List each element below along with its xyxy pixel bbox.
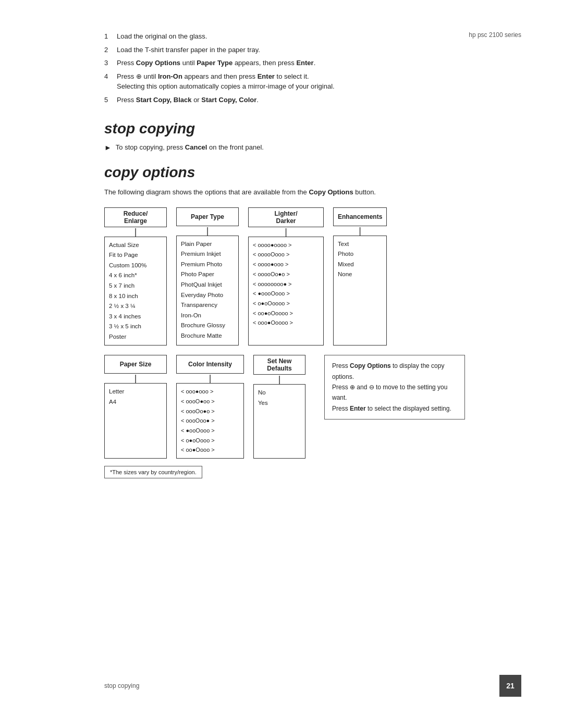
diagram: Reduce/Enlarge | Actual SizeFit to PageC… (104, 207, 521, 478)
page-footer: stop copying 21 (0, 675, 563, 697)
header-label: hp psc 2100 series (469, 31, 521, 39)
step-1-text: Load the original on the glass. (117, 31, 521, 42)
info-line2: Press ⊕ and ⊖ to move to the setting you… (332, 384, 447, 401)
step-2-num: 2 (104, 45, 117, 55)
paper-type-col: Paper Type | Plain PaperPremium InkjetPr… (176, 207, 239, 346)
paper-size-connector: | (104, 374, 167, 383)
step-2-text: Load the T-shirt transfer paper in the p… (117, 45, 521, 55)
reduce-enlarge-col: Reduce/Enlarge | Actual SizeFit to PageC… (104, 207, 167, 346)
color-intensity-connector: | (176, 374, 244, 383)
info-line3: Press Enter to select the displayed sett… (332, 405, 451, 412)
diagram-top-row: Reduce/Enlarge | Actual SizeFit to PageC… (104, 207, 521, 346)
step-4: 4 Press ⊕ until Iron-On appears and then… (104, 71, 521, 92)
enhancements-connector: | (333, 226, 387, 236)
info-box: Press Copy Options to display the copy o… (324, 355, 465, 419)
step-3: 3 Press Copy Options until Paper Type ap… (104, 58, 521, 68)
step-5: 5 Press Start Copy, Black or Start Copy,… (104, 95, 521, 105)
step-2: 2 Load the T-shirt transfer paper in the… (104, 45, 521, 55)
step-3-num: 3 (104, 58, 117, 68)
set-new-defaults-body: NoYes (253, 384, 305, 459)
step-5-num: 5 (104, 95, 117, 105)
stop-copying-text: To stop copying, press Cancel on the fro… (116, 143, 264, 151)
copy-options-heading: copy options (104, 164, 521, 181)
footnote: *The sizes vary by country/region. (104, 466, 202, 478)
copy-options-section: copy options The following diagram shows… (104, 164, 521, 478)
bullet-arrow-icon: ► (104, 143, 112, 152)
paper-type-header: Paper Type (176, 207, 239, 226)
step-1: 1 Load the original on the glass. (104, 31, 521, 42)
step-4-num: 4 (104, 71, 117, 92)
step-4-text: Press ⊕ until Iron-On appears and then p… (117, 71, 521, 92)
reduce-enlarge-connector: | (104, 227, 167, 237)
set-new-defaults-connector: | (253, 375, 305, 384)
numbered-steps: 1 Load the original on the glass. 2 Load… (104, 31, 521, 105)
footer-label: stop copying (42, 682, 499, 689)
enhancements-header: Enhancements (333, 207, 387, 226)
copy-options-desc: The following diagram shows the options … (104, 187, 521, 198)
page: hp psc 2100 series 1 Load the original o… (0, 0, 563, 728)
stop-copying-bullet: ► To stop copying, press Cancel on the f… (104, 143, 521, 152)
page-number: 21 (499, 675, 521, 697)
info-line1: Press Copy Options to display the copy o… (332, 362, 444, 380)
color-intensity-header: Color Intensity (176, 355, 244, 374)
lighter-darker-body: < oooo●oooo > < ooooOooo > < oooo●ooo > … (248, 237, 324, 346)
step-5-text: Press Start Copy, Black or Start Copy, C… (117, 95, 521, 105)
paper-type-connector: | (176, 226, 239, 236)
stop-copying-heading: stop copying (104, 120, 521, 137)
color-intensity-body: < ooo●ooo > < oooO●oo > < oooOo●o > < oo… (176, 383, 244, 459)
enhancements-body: TextPhotoMixedNone (333, 236, 387, 346)
paper-size-col: Paper Size | LetterA4 (104, 355, 167, 459)
enhancements-col: Enhancements | TextPhotoMixedNone (333, 207, 387, 346)
paper-size-body: LetterA4 (104, 383, 167, 459)
set-new-defaults-header: Set NewDefaults (253, 355, 305, 375)
paper-type-body: Plain PaperPremium InkjetPremium PhotoPh… (176, 236, 239, 346)
lighter-darker-header: Lighter/Darker (248, 207, 324, 227)
step-3-text: Press Copy Options until Paper Type appe… (117, 58, 521, 68)
reduce-enlarge-body: Actual SizeFit to PageCustom 100%4 x 6 i… (104, 237, 167, 346)
paper-size-header: Paper Size (104, 355, 167, 374)
step-1-num: 1 (104, 31, 117, 42)
stop-copying-section: stop copying ► To stop copying, press Ca… (104, 120, 521, 152)
lighter-darker-col: Lighter/Darker | < oooo●oooo > < ooooOoo… (248, 207, 324, 346)
lighter-darker-connector: | (248, 227, 324, 237)
diagram-bottom-row: Paper Size | LetterA4 Color Intensity | … (104, 355, 521, 459)
set-new-defaults-col: Set NewDefaults | NoYes (253, 355, 305, 459)
reduce-enlarge-header: Reduce/Enlarge (104, 207, 167, 227)
color-intensity-col: Color Intensity | < ooo●ooo > < oooO●oo … (176, 355, 244, 459)
